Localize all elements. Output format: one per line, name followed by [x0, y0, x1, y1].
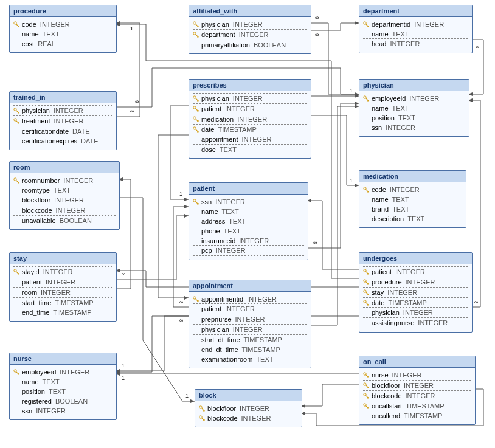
column-type: INTEGER — [242, 134, 272, 144]
column-name: brand — [372, 204, 389, 214]
pk-column: blockfloorINTEGER — [199, 404, 298, 413]
column-name: blockcode — [207, 413, 238, 423]
table-header: room — [10, 162, 119, 173]
column: certificationdateDATE — [13, 126, 112, 136]
column-type: INTEGER — [36, 406, 66, 416]
column-name: examinationroom — [201, 354, 252, 364]
column-type: DATE — [81, 136, 99, 146]
column-name: blockfloor — [207, 404, 236, 413]
column-type: INTEGER — [216, 246, 246, 255]
key-icon — [13, 269, 19, 275]
column: ssnINTEGER — [363, 123, 465, 133]
column-type: INTEGER — [241, 413, 271, 423]
column-name: stay — [372, 288, 384, 297]
column-type: DATE — [72, 126, 90, 136]
column-type: INTEGER — [237, 114, 267, 124]
column: assistingnurseINTEGER — [363, 317, 468, 328]
key-icon — [193, 32, 199, 38]
column: oncallendTIMESTAMP — [363, 411, 471, 421]
pk-column: stayidINTEGER — [13, 266, 112, 277]
column-name: start_time — [22, 298, 51, 308]
key-icon — [199, 405, 205, 412]
column: addressTEXT — [193, 216, 304, 226]
column-type: INTEGER — [247, 294, 277, 304]
key-icon — [193, 296, 199, 302]
column: doseTEXT — [193, 145, 307, 154]
column: roomtypeTEXT — [13, 185, 116, 195]
column: nameTEXT — [363, 29, 468, 39]
table-header: procedure — [10, 5, 116, 17]
column-type: TIMESTAMP — [404, 411, 442, 421]
table-header: prescribes — [189, 80, 311, 91]
column-name: patient — [372, 267, 392, 277]
svg-text:1: 1 — [350, 177, 353, 184]
column-type: INTEGER — [54, 106, 83, 115]
column: physicianINTEGER — [363, 307, 468, 318]
key-icon — [363, 382, 369, 388]
column: end_dt_timeTIMESTAMP — [193, 345, 307, 354]
key-icon — [363, 269, 369, 275]
pk-column: codeINTEGER — [13, 19, 112, 29]
pk-column: roomnumberINTEGER — [13, 176, 116, 185]
column-type: TEXT — [43, 377, 60, 387]
pk-column: patientINTEGER — [193, 103, 307, 114]
table-header: trained_in — [10, 92, 116, 103]
column-name: department — [201, 30, 235, 40]
key-icon — [13, 369, 19, 375]
column-name: code — [22, 19, 36, 29]
column-name: blockfloor — [22, 195, 50, 205]
table-body: blockfloorINTEGERblockcodeINTEGER — [195, 401, 302, 427]
pk-column: medicationINTEGER — [193, 114, 307, 125]
column-name: employeeid — [22, 367, 56, 377]
column-type: INTEGER — [387, 288, 417, 297]
column-name: ssn — [372, 123, 382, 133]
column-name: code — [372, 185, 386, 195]
table-prescribes: prescribesphysicianINTEGERpatientINTEGER… — [189, 79, 311, 159]
column-name: procedure — [372, 277, 402, 287]
column-name: head — [372, 39, 386, 49]
column-type: TEXT — [222, 207, 239, 216]
column-name: stayid — [22, 267, 40, 277]
pk-column: employeeidINTEGER — [363, 94, 465, 103]
table-body: stayidINTEGERpatientINTEGERroomINTEGERst… — [10, 264, 116, 321]
column-name: certificationexpires — [22, 136, 77, 146]
column: start_dt_timeTIMESTAMP — [193, 335, 307, 345]
column: brandTEXT — [363, 204, 462, 214]
column-type: INTEGER — [235, 314, 265, 324]
column: primaryaffiliationBOOLEAN — [193, 40, 307, 50]
column-name: position — [372, 113, 395, 123]
key-icon — [13, 108, 19, 114]
column-name: end_time — [22, 308, 49, 317]
column: positionTEXT — [13, 387, 112, 396]
svg-text:∞: ∞ — [474, 299, 478, 305]
column-type: INTEGER — [240, 404, 269, 413]
column-name: treatment — [22, 116, 50, 126]
column: blockfloorINTEGER — [13, 195, 116, 205]
column: nameTEXT — [363, 195, 462, 204]
column: patientINTEGER — [193, 303, 307, 314]
pk-column: dateTIMESTAMP — [193, 125, 307, 134]
svg-text:1: 1 — [122, 375, 125, 381]
column-name: room — [22, 288, 37, 297]
table-nurse: nurseemployeeidINTEGERnameTEXTpositionTE… — [9, 353, 117, 420]
column-name: physician — [201, 94, 229, 103]
table-block: blockblockfloorINTEGERblockcodeINTEGER — [195, 389, 302, 427]
pk-column: appointmentidINTEGER — [193, 294, 307, 304]
column: unavailableBOOLEAN — [13, 216, 116, 226]
table-body: ssnINTEGERnameTEXTaddressTEXTphoneTEXTin… — [189, 195, 308, 260]
column: examinationroomTEXT — [193, 354, 307, 364]
table-header: block — [195, 390, 302, 401]
column: nameTEXT — [13, 377, 112, 387]
column-name: unavailable — [22, 216, 56, 226]
column-name: appointmentid — [201, 294, 243, 304]
column-name: nurse — [372, 370, 389, 380]
pk-column: dateTIMESTAMP — [363, 298, 468, 308]
column: insuranceidINTEGER — [193, 236, 304, 246]
table-undergoes: undergoespatientINTEGERprocedureINTEGERs… — [359, 252, 472, 333]
column-name: physician — [372, 308, 400, 317]
column: prepnurseINTEGER — [193, 314, 307, 325]
svg-text:∞: ∞ — [179, 317, 183, 323]
table-room: roomroomnumberINTEGERroomtypeTEXTblockfl… — [9, 161, 120, 230]
column: pcpINTEGER — [193, 245, 304, 256]
column-type: TEXT — [220, 145, 237, 154]
